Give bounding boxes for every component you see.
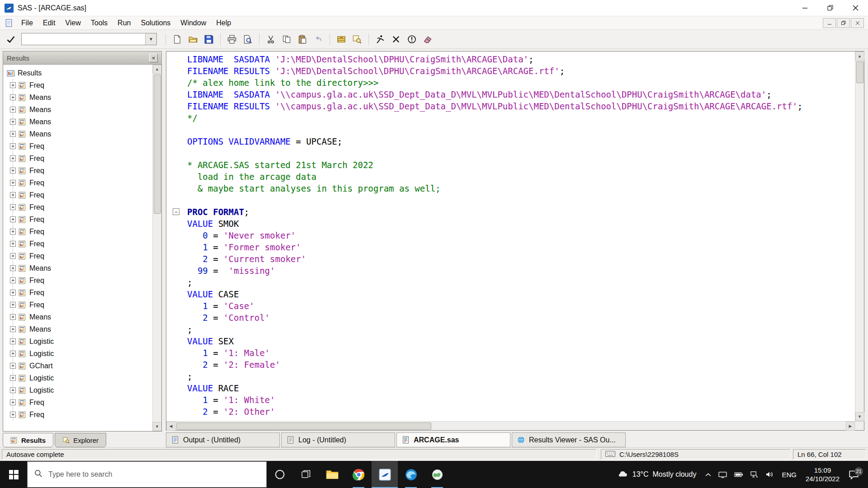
cortana-taskbar-button[interactable]	[267, 461, 293, 488]
command-check-button[interactable]	[4, 33, 18, 46]
code-line[interactable]: */	[166, 112, 855, 124]
taskbar-clock[interactable]: 15:09 24/10/2022	[801, 466, 844, 483]
tree-item-freq[interactable]: +Freq	[10, 238, 152, 250]
menu-item-file[interactable]: File	[16, 16, 38, 29]
code-line[interactable]: VALUE RACE	[166, 382, 855, 394]
task-view-taskbar-button[interactable]	[293, 461, 319, 488]
tree-item-freq[interactable]: +Freq	[10, 152, 152, 164]
chevron-up-icon[interactable]	[702, 473, 715, 477]
tree-item-means[interactable]: +Means	[10, 323, 152, 335]
save-button[interactable]	[202, 33, 216, 46]
code-line[interactable]: 1 = '1: White'	[166, 394, 855, 406]
restore-button[interactable]	[817, 0, 843, 16]
paste-button[interactable]	[295, 33, 310, 46]
code-line[interactable]: /* alex home link to the directory>>>	[166, 77, 855, 89]
code-line[interactable]: 1 = 'Case'	[166, 300, 855, 312]
expand-plus-icon[interactable]: +	[10, 326, 16, 332]
tree-item-freq[interactable]: +Freq	[10, 213, 152, 225]
scroll-left-icon[interactable]: ◀	[166, 422, 175, 431]
battery-icon[interactable]	[731, 472, 747, 477]
taskbar-search[interactable]: Type here to search	[27, 461, 267, 488]
tree-scroll-thumb[interactable]	[154, 75, 161, 214]
tree-item-freq[interactable]: +Freq	[10, 408, 152, 421]
copy-button[interactable]	[279, 33, 294, 46]
tree-item-freq[interactable]: +Freq	[10, 299, 152, 311]
dock-tab-results[interactable]: Results	[3, 433, 53, 447]
edge-taskbar-button[interactable]	[398, 461, 424, 488]
code-line[interactable]: ;	[166, 371, 855, 382]
volume-icon[interactable]	[762, 471, 777, 478]
code-line[interactable]: ;	[166, 277, 855, 288]
tree-item-logistic[interactable]: +Logistic	[10, 335, 152, 347]
document-minimize-button[interactable]	[823, 18, 836, 28]
document-restore-button[interactable]	[837, 18, 850, 28]
expand-plus-icon[interactable]: +	[10, 387, 16, 393]
code-line[interactable]: 2 = '2: Female'	[166, 359, 855, 371]
expand-plus-icon[interactable]: +	[10, 302, 16, 308]
expand-plus-icon[interactable]: +	[10, 107, 16, 113]
sas-taskbar-button[interactable]	[372, 461, 398, 488]
tree-item-logistic[interactable]: +Logistic	[10, 347, 152, 360]
new-file-button[interactable]	[170, 33, 184, 46]
tree-scrollbar[interactable]: ▲ ▼	[152, 65, 161, 431]
tree-item-means[interactable]: +Means	[10, 311, 152, 323]
window-tab-log[interactable]: Log - (Untitled)	[281, 432, 395, 447]
code-line[interactable]: OPTIONS VALIDVARNAME = UPCASE;	[166, 136, 855, 147]
menu-item-tools[interactable]: Tools	[86, 16, 113, 29]
tree-item-freq[interactable]: +Freq	[10, 225, 152, 238]
expand-plus-icon[interactable]: +	[10, 143, 16, 149]
code-line[interactable]	[166, 147, 855, 159]
cut-button[interactable]	[264, 33, 278, 46]
expand-plus-icon[interactable]: +	[10, 119, 16, 125]
print-preview-button[interactable]	[241, 33, 255, 46]
expand-plus-icon[interactable]: +	[10, 155, 16, 161]
minimize-button[interactable]	[792, 0, 817, 16]
window-tab-view[interactable]: Results Viewer - SAS Ou...	[512, 432, 626, 447]
window-tab-output[interactable]: Output - (Untitled)	[166, 432, 280, 447]
code-line[interactable]: 1 = 'Former smoker'	[166, 241, 855, 253]
menu-item-solutions[interactable]: Solutions	[136, 16, 175, 29]
expand-plus-icon[interactable]: +	[10, 94, 16, 100]
scroll-down-icon[interactable]: ▼	[153, 422, 162, 431]
expand-plus-icon[interactable]: +	[10, 265, 16, 271]
code-line[interactable]: LIBNAME SASDATA '\\campus.gla.ac.uk\SSD_…	[166, 89, 855, 100]
clear-text-button[interactable]	[389, 33, 403, 46]
open-button[interactable]	[186, 33, 200, 46]
dock-tab-explorer[interactable]: Explorer	[55, 433, 106, 447]
submit-button[interactable]	[373, 33, 387, 46]
scroll-up-icon[interactable]: ▲	[855, 52, 864, 61]
command-input[interactable]	[22, 33, 145, 45]
tree-item-means[interactable]: +Means	[10, 103, 152, 116]
scroll-right-icon[interactable]: ▶	[846, 422, 855, 431]
clear-log-button[interactable]	[420, 33, 435, 46]
explorer-button[interactable]	[350, 33, 364, 46]
new-library-button[interactable]	[334, 33, 349, 46]
code-line[interactable]: VALUE CASE	[166, 288, 855, 300]
editor-horizontal-scrollbar[interactable]: ◀ ▶	[166, 422, 855, 430]
expand-plus-icon[interactable]: +	[10, 253, 16, 259]
code-line[interactable]: load in the arcage data	[166, 171, 855, 183]
close-button[interactable]	[843, 0, 868, 16]
tree-item-freq[interactable]: +Freq	[10, 396, 152, 408]
tree-item-freq[interactable]: +Freq	[10, 250, 152, 262]
document-close-button[interactable]	[851, 18, 864, 28]
code-line[interactable]: 2 = 'Control'	[166, 312, 855, 324]
code-line[interactable]: FILENAME RESULTS 'J:\MED\DentalSchool\DP…	[166, 65, 855, 77]
menu-item-view[interactable]: View	[60, 16, 85, 29]
code-line[interactable]: FILENAME RESULTS '\\campus.gla.ac.uk\SSD…	[166, 100, 855, 112]
editor-hscroll-thumb[interactable]	[176, 422, 431, 430]
tree-item-logistic[interactable]: +Logistic	[10, 372, 152, 384]
code-line[interactable]: & maybe start analyses in this program a…	[166, 183, 855, 194]
code-line[interactable]: 1 = '1: Male'	[166, 347, 855, 359]
file-explorer-taskbar-button[interactable]	[319, 461, 345, 488]
code-line[interactable]: 0 = 'Never smoker'	[166, 230, 855, 241]
language-indicator[interactable]: ENG	[777, 471, 801, 479]
network-icon[interactable]	[747, 471, 762, 478]
expand-plus-icon[interactable]: +	[10, 290, 16, 296]
window-tab-editor[interactable]: ARCAGE.sas	[396, 432, 510, 447]
weather-widget[interactable]: 13°C Mostly cloudy	[611, 461, 702, 488]
expand-plus-icon[interactable]: +	[10, 351, 16, 357]
expand-plus-icon[interactable]: +	[10, 180, 16, 186]
expand-plus-icon[interactable]: +	[10, 131, 16, 137]
expand-plus-icon[interactable]: +	[10, 229, 16, 235]
